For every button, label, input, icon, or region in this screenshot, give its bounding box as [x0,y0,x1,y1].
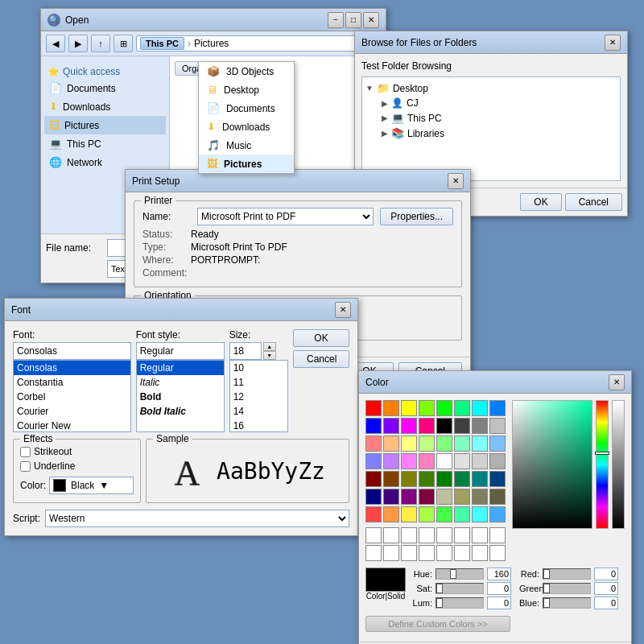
size-down-button[interactable]: ▼ [263,351,276,360]
blue-input[interactable] [594,597,618,609]
sidebar-item-documents[interactable]: 📄 Documents [44,79,166,97]
strikeout-checkbox[interactable] [20,447,31,457]
cancel-font-button[interactable]: Cancel [293,350,349,368]
color-cell[interactable] [489,418,506,434]
size-10[interactable]: 10 [230,361,287,375]
color-cell[interactable] [489,471,506,487]
browse-close-button[interactable]: ✕ [605,35,621,51]
color-cell[interactable] [436,418,452,434]
color-cell[interactable] [454,436,470,452]
color-cell[interactable] [365,506,382,522]
color-close-button[interactable]: ✕ [609,374,625,390]
properties-button[interactable]: Properties... [380,208,453,225]
custom-color-cell[interactable] [454,545,470,561]
red-input[interactable] [594,568,618,580]
underline-checkbox[interactable] [20,461,31,472]
expand-thispc-icon[interactable]: ▶ [382,114,388,122]
color-cell[interactable] [489,506,506,522]
style-italic[interactable]: Italic [137,375,224,390]
color-cell[interactable] [419,453,435,469]
size-11[interactable]: 11 [230,375,287,390]
cancel-browse-button[interactable]: Cancel [565,193,622,211]
color-cell[interactable] [401,453,417,469]
color-cell[interactable] [472,506,488,522]
color-cell[interactable] [419,471,435,487]
ok-font-button[interactable]: OK [293,329,349,347]
color-cell[interactable] [472,471,488,487]
green-track[interactable] [543,583,591,594]
sat-track[interactable] [436,583,484,594]
custom-color-cell[interactable] [436,545,452,561]
color-cell[interactable] [436,489,452,505]
color-cell[interactable] [401,418,417,434]
green-input[interactable] [594,582,618,595]
color-cell[interactable] [383,489,399,505]
color-cell[interactable] [454,489,470,505]
color-cell[interactable] [472,400,488,416]
sidebar-item-pictures[interactable]: 🖼 Pictures [44,116,166,134]
custom-color-cell[interactable] [365,527,382,543]
color-cell[interactable] [401,506,417,522]
expand-cj-icon[interactable]: ▶ [382,99,388,108]
size-12[interactable]: 12 [230,390,287,404]
color-cell[interactable] [489,400,506,416]
forward-button[interactable]: ▶ [68,35,88,52]
color-cell[interactable] [365,418,382,434]
sidebar-item-thispc[interactable]: 💻 This PC [44,134,166,153]
custom-color-cell[interactable] [401,527,417,543]
sidebar-item-downloads[interactable]: ⬇ Downloads [44,97,166,116]
size-16[interactable]: 16 [230,419,287,432]
color-cell[interactable] [454,400,470,416]
color-cell[interactable] [472,453,488,469]
size-up-button[interactable]: ▲ [263,342,276,351]
lum-track[interactable] [436,597,484,609]
dropdown-desktop[interactable]: 🖥 Desktop [199,80,294,99]
blue-track[interactable] [543,597,591,609]
close-button[interactable]: ✕ [363,12,379,28]
custom-color-cell[interactable] [383,545,399,561]
color-cell[interactable] [454,453,470,469]
custom-color-cell[interactable] [419,545,435,561]
tree-desktop[interactable]: ▼ 📁 Desktop [365,80,617,96]
color-cell[interactable] [419,400,435,416]
font-item-couriernew[interactable]: Courier New [14,419,130,432]
color-cell[interactable] [436,400,452,416]
color-cell[interactable] [365,400,382,416]
color-cell[interactable] [489,453,506,469]
color-cell[interactable] [472,489,488,505]
print-close-button[interactable]: ✕ [448,173,464,189]
color-cell[interactable] [436,471,452,487]
dropdown-pictures[interactable]: 🖼 Pictures [199,155,294,173]
font-size-input[interactable] [229,342,262,360]
dropdown-music[interactable]: 🎵 Music [199,136,294,155]
expand-desktop-icon[interactable]: ▼ [365,84,374,93]
custom-color-cell[interactable] [383,527,399,543]
color-cell[interactable] [489,436,506,452]
color-cell[interactable] [419,436,435,452]
color-cell[interactable] [365,489,382,505]
maximize-button[interactable]: □ [345,12,361,28]
color-cell[interactable] [383,506,399,522]
hue-input[interactable] [487,568,511,580]
address-bar[interactable]: This PC › Pictures [136,35,381,52]
color-cell[interactable] [436,453,452,469]
up-button[interactable]: ↑ [91,35,110,52]
style-bold[interactable]: Bold [137,390,224,404]
brightness-strip[interactable] [612,400,625,529]
color-gradient[interactable] [512,400,592,529]
color-cell[interactable] [436,436,452,452]
color-cell[interactable] [401,489,417,505]
font-size-list[interactable]: 10 11 12 14 16 18 20 [229,360,288,432]
font-close-button[interactable]: ✕ [335,302,351,318]
color-cell[interactable] [383,436,399,452]
color-cell[interactable] [454,418,470,434]
custom-color-cell[interactable] [419,527,435,543]
back-button[interactable]: ◀ [46,35,65,52]
custom-color-cell[interactable] [472,545,488,561]
color-cell[interactable] [401,400,417,416]
color-cell[interactable] [365,471,382,487]
color-cell[interactable] [454,471,470,487]
custom-color-cell[interactable] [472,527,488,543]
color-cell[interactable] [454,506,470,522]
size-14[interactable]: 14 [230,404,287,419]
